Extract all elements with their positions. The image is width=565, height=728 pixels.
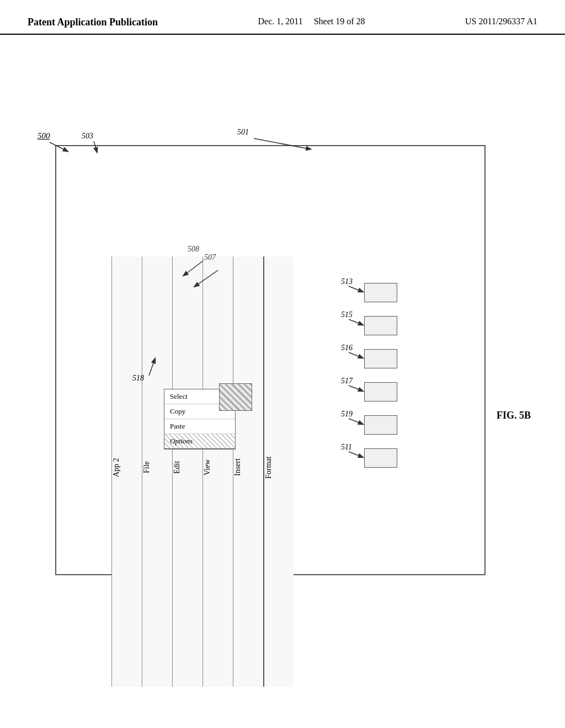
menu-item-paste[interactable]: Paste [164,419,235,434]
menu-item-options[interactable]: Options [164,434,235,449]
label-511: 511 [341,443,352,452]
col-edit: Edit [172,256,202,687]
item-box-511 [364,448,397,468]
label-517: 517 [341,377,353,386]
col-view: View [202,256,233,687]
page-header: Patent Application Publication Dec. 1, 2… [0,0,565,35]
header-center: Dec. 1, 2011 Sheet 19 of 28 [258,17,365,26]
publication-title: Patent Application Publication [28,17,158,28]
col-insert-label: Insert [233,459,242,477]
col-format: Format [263,256,294,687]
item-box-515 [364,316,397,335]
hatched-box-508 [219,383,252,411]
item-box-516 [364,349,397,368]
app-item-515 [364,316,397,335]
col-insert: Insert [233,256,263,687]
col-edit-label: Edit [173,461,182,474]
patent-number: US 2011/296337 A1 [465,17,537,26]
taskbar: App 2 File Edit View Insert Format [111,256,321,687]
col-format-label: Format [264,456,273,478]
publication-date: Dec. 1, 2011 [258,17,303,26]
col-file: File [142,256,172,687]
item-box-517 [364,382,397,402]
label-501: 501 [237,127,249,137]
app-item-517 [364,382,397,402]
col-view-label: View [203,459,212,475]
label-503: 503 [82,131,93,141]
diagram-area: 500 503 501 App 2 File Edit View Insert [0,35,565,708]
col-app2-label: App 2 [112,458,121,477]
app-item-511 [364,448,397,468]
item-box-513 [364,283,397,302]
app-item-516 [364,349,397,368]
label-518: 518 [132,374,144,383]
sheet-info: Sheet 19 of 28 [314,17,365,26]
label-515: 515 [341,311,353,319]
col-file-label: File [142,462,151,474]
col-app2: App 2 [111,256,142,687]
label-516: 516 [341,344,353,352]
label-519: 519 [341,410,353,419]
app-item-519 [364,415,397,435]
fig-label: FIG. 5B [497,410,531,421]
app-item-513 [364,283,397,302]
label-513: 513 [341,277,353,286]
item-box-519 [364,415,397,435]
label-500: 500 [38,131,50,141]
outer-box-501: App 2 File Edit View Insert Format Selec… [55,145,486,575]
